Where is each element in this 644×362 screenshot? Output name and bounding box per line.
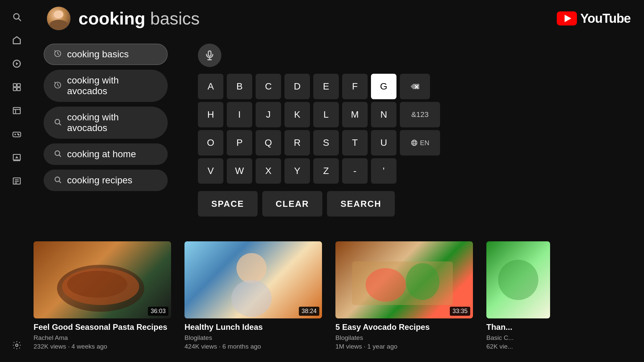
key-i[interactable]: I	[227, 102, 252, 127]
key-m[interactable]: M	[342, 102, 368, 127]
voice-button[interactable]	[198, 44, 221, 67]
key-apostrophe[interactable]: '	[371, 158, 396, 184]
video-channel: Blogilates	[335, 334, 480, 342]
svg-point-50	[406, 263, 439, 300]
svg-point-49	[366, 268, 406, 302]
video-thumbnail: 33:35	[335, 241, 473, 318]
svg-line-33	[59, 181, 61, 183]
suggestion-item[interactable]: cooking with avocados	[44, 70, 168, 102]
key-y[interactable]: Y	[284, 158, 310, 184]
svg-line-1	[18, 18, 20, 20]
svg-rect-34	[208, 51, 211, 56]
key-j[interactable]: J	[256, 102, 281, 127]
svg-marker-18	[15, 156, 18, 158]
sidebar-item-subscriptions[interactable]	[10, 80, 23, 94]
suggestion-text: cooking with avocados	[67, 112, 158, 133]
svg-line-29	[59, 123, 61, 125]
svg-rect-5	[17, 84, 20, 87]
action-keys-row: SPACE CLEAR SEARCH	[198, 191, 634, 217]
sidebar-item-home[interactable]	[10, 34, 23, 47]
key-o[interactable]: O	[198, 130, 223, 156]
history-icon	[54, 81, 62, 91]
video-duration: 36:03	[148, 307, 168, 316]
clear-button[interactable]: CLEAR	[262, 191, 323, 217]
key-d[interactable]: D	[284, 74, 310, 99]
key-x[interactable]: X	[256, 158, 281, 184]
key-t[interactable]: T	[342, 130, 368, 156]
space-button[interactable]: SPACE	[198, 191, 258, 217]
sidebar-item-history[interactable]	[10, 174, 23, 188]
suggestion-text: cooking recipes	[67, 175, 132, 186]
video-title: 5 Easy Avocado Recipes	[335, 322, 480, 332]
svg-point-47	[231, 280, 272, 317]
key-h[interactable]: H	[198, 102, 223, 127]
key-e[interactable]: E	[313, 74, 339, 99]
search-title: cooking basics	[78, 8, 200, 28]
sidebar-item-settings[interactable]	[10, 339, 23, 352]
keyboard-row-2: H I J K L M N &123	[198, 102, 634, 127]
suggestion-item[interactable]: cooking basics	[44, 44, 168, 65]
key-r[interactable]: R	[284, 130, 310, 156]
sidebar-item-explore[interactable]	[10, 57, 23, 70]
key-k[interactable]: K	[284, 102, 310, 127]
video-card[interactable]: Than... Basic C... 62K vie...	[486, 241, 553, 362]
key-placeholder	[400, 158, 425, 184]
key-w[interactable]: W	[227, 158, 252, 184]
key-u[interactable]: U	[371, 130, 396, 156]
video-thumbnail: 38:24	[184, 241, 322, 318]
video-title: Feel Good Seasonal Pasta Recipes	[34, 322, 178, 332]
search-icon	[54, 118, 62, 128]
svg-line-31	[59, 155, 61, 157]
video-duration: 38:24	[299, 307, 319, 316]
video-card[interactable]: 38:24 Healthy Lunch Ideas Blogilates 424…	[184, 241, 329, 362]
key-l[interactable]: L	[313, 102, 339, 127]
svg-point-23	[16, 344, 18, 347]
suggestion-item[interactable]: cooking recipes	[44, 170, 168, 191]
svg-rect-6	[13, 87, 16, 90]
svg-point-45	[67, 271, 127, 298]
sidebar-item-library[interactable]	[10, 104, 23, 117]
key-f[interactable]: F	[342, 74, 368, 99]
svg-point-39	[412, 140, 417, 146]
suggestion-item[interactable]: cooking at home	[44, 143, 168, 165]
key-b[interactable]: B	[227, 74, 252, 99]
key-a[interactable]: A	[198, 74, 223, 99]
key-n[interactable]: N	[371, 102, 396, 127]
video-channel: Blogilates	[184, 334, 329, 342]
sidebar-item-downloads[interactable]	[10, 151, 23, 164]
video-meta: 232K views · 4 weeks ago	[34, 343, 178, 350]
video-thumbnail: 36:03	[34, 241, 171, 318]
video-info: Healthy Lunch Ideas Blogilates 424K view…	[184, 318, 329, 350]
key-p[interactable]: P	[227, 130, 252, 156]
sidebar-item-gaming[interactable]	[10, 127, 23, 141]
history-icon	[54, 50, 62, 59]
video-card[interactable]: 36:03 Feel Good Seasonal Pasta Recipes R…	[34, 241, 178, 362]
video-info: Feel Good Seasonal Pasta Recipes Rachel …	[34, 318, 178, 350]
key-c[interactable]: C	[256, 74, 281, 99]
suggestion-text: cooking with avocados	[67, 75, 158, 97]
key-backspace[interactable]	[400, 74, 430, 99]
key-language[interactable]: EN	[400, 130, 440, 156]
key-dash[interactable]: -	[342, 158, 368, 184]
search-icon	[54, 176, 62, 185]
sidebar-item-search[interactable]	[10, 10, 23, 23]
video-title: Than...	[486, 322, 553, 332]
video-meta: 424K views · 6 months ago	[184, 343, 329, 350]
key-v[interactable]: V	[198, 158, 223, 184]
keyboard-row-4: V W X Y Z - '	[198, 158, 634, 184]
svg-point-15	[18, 134, 19, 135]
key-numeric[interactable]: &123	[400, 102, 440, 127]
key-z[interactable]: Z	[313, 158, 339, 184]
key-s[interactable]: S	[313, 130, 339, 156]
suggestion-item[interactable]: cooking with avocados	[44, 107, 168, 139]
youtube-logo: YouTube	[557, 11, 631, 26]
video-thumbnail	[486, 241, 550, 318]
svg-rect-4	[13, 84, 16, 87]
search-button[interactable]: SEARCH	[327, 191, 395, 217]
video-card[interactable]: 33:35 5 Easy Avocado Recipes Blogilates …	[335, 241, 480, 362]
svg-rect-8	[13, 108, 20, 114]
video-title: Healthy Lunch Ideas	[184, 322, 329, 332]
key-g[interactable]: G	[371, 74, 396, 99]
key-q[interactable]: Q	[256, 130, 281, 156]
video-info: Than... Basic C... 62K vie...	[486, 318, 553, 350]
